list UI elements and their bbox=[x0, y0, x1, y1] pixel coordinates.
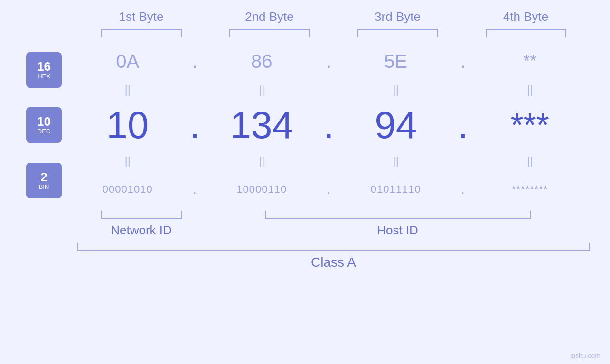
bin-b2-value: 10000110 bbox=[236, 183, 287, 196]
bin-b3-value: 01011110 bbox=[371, 183, 421, 196]
bin-badge-number: 2 bbox=[40, 171, 47, 183]
dec-badge-label: DEC bbox=[38, 128, 50, 135]
top-brackets bbox=[77, 29, 590, 37]
dec-b3-value: 94 bbox=[375, 103, 417, 147]
hex-dot-2: . bbox=[317, 51, 341, 72]
bin-dot-2-sym: . bbox=[327, 182, 330, 197]
hex-dot-1: . bbox=[183, 51, 206, 72]
dec-dot-2: . bbox=[317, 116, 341, 135]
dec-badge: 10 DEC bbox=[26, 107, 62, 143]
byte3-header: 3rd Byte bbox=[334, 9, 462, 24]
dec-b4-value: *** bbox=[510, 106, 549, 144]
byte1-header: 1st Byte bbox=[77, 9, 206, 24]
eq-row-1: || || || || bbox=[73, 80, 585, 99]
hex-b3-cell: 5E bbox=[341, 51, 451, 72]
eq2-b2-sym: || bbox=[259, 154, 264, 168]
eq1-b2: || bbox=[206, 83, 317, 96]
eq2-b1-sym: || bbox=[125, 154, 131, 168]
bin-b1-cell: 00001010 bbox=[73, 183, 183, 196]
hex-b3-value: 5E bbox=[384, 51, 407, 72]
dec-b2-value: 134 bbox=[230, 103, 293, 147]
class-bracket bbox=[77, 243, 590, 251]
content-area: 16 HEX 10 DEC 2 BIN 0A . bbox=[16, 42, 595, 208]
bin-dot-3: . bbox=[451, 182, 475, 197]
hex-b2-value: 86 bbox=[251, 51, 272, 72]
dec-dot-3: . bbox=[451, 116, 475, 135]
dec-b2-cell: 134 bbox=[206, 103, 317, 147]
hex-b4-cell: ** bbox=[475, 51, 585, 71]
network-id-label: Network ID bbox=[111, 223, 172, 238]
badges-column: 16 HEX 10 DEC 2 BIN bbox=[16, 42, 73, 208]
dec-dot-1: . bbox=[183, 116, 206, 135]
bracket-cell-3 bbox=[334, 29, 462, 37]
class-section: Class A bbox=[77, 243, 590, 270]
hex-dot-3-sym: . bbox=[460, 51, 465, 72]
bin-badge: 2 BIN bbox=[26, 163, 62, 198]
dec-b1-value: 10 bbox=[106, 103, 149, 147]
main-container: 1st Byte 2nd Byte 3rd Byte 4th Byte 16 H… bbox=[0, 0, 610, 364]
bottom-brackets-row bbox=[77, 211, 590, 219]
byte4-header: 4th Byte bbox=[462, 9, 590, 24]
bin-badge-label: BIN bbox=[39, 183, 49, 190]
bracket-top-3 bbox=[357, 29, 438, 37]
rows-wrapper: 0A . 86 . 5E . ** bbox=[73, 42, 585, 208]
eq1-b3-sym: || bbox=[393, 83, 399, 96]
footer: ipshu.com bbox=[570, 352, 601, 359]
byte-headers: 1st Byte 2nd Byte 3rd Byte 4th Byte bbox=[77, 9, 590, 24]
dec-b3-cell: 94 bbox=[341, 103, 451, 147]
eq1-b4-sym: || bbox=[527, 83, 533, 96]
bracket-top-2 bbox=[229, 29, 310, 37]
network-bracket-bottom bbox=[101, 211, 182, 219]
eq2-b4: || bbox=[475, 154, 585, 168]
hex-badge-label: HEX bbox=[38, 73, 50, 80]
eq1-b2-sym: || bbox=[259, 83, 264, 96]
hex-b4-value: ** bbox=[523, 51, 536, 71]
eq1-b3: || bbox=[341, 83, 451, 96]
dec-b1-cell: 10 bbox=[73, 103, 183, 147]
hex-badge-number: 16 bbox=[37, 60, 51, 73]
dec-b4-cell: *** bbox=[475, 106, 585, 144]
hex-dot-3: . bbox=[451, 51, 475, 72]
bin-row: 00001010 . 10000110 . 01011110 . bbox=[73, 170, 585, 208]
bin-dot-2: . bbox=[317, 182, 341, 197]
host-bracket-bottom bbox=[265, 211, 531, 219]
hex-badge: 16 HEX bbox=[26, 52, 62, 88]
bin-b4-value: ******** bbox=[512, 183, 548, 196]
dec-dot-1-sym: . bbox=[189, 116, 200, 135]
bracket-top-1 bbox=[101, 29, 182, 37]
network-label-wrap: Network ID bbox=[77, 223, 206, 238]
host-bracket-outer bbox=[206, 211, 590, 219]
dec-row: 10 . 134 . 94 . *** bbox=[73, 99, 585, 151]
bracket-cell-1 bbox=[77, 29, 206, 37]
network-bracket-wrap bbox=[77, 211, 206, 219]
dec-dot-2-sym: . bbox=[323, 116, 334, 135]
host-id-label: Host ID bbox=[377, 223, 418, 238]
bin-dot-1: . bbox=[183, 182, 206, 197]
hex-row: 0A . 86 . 5E . ** bbox=[73, 42, 585, 80]
eq2-b1: || bbox=[73, 154, 183, 168]
eq1-b4: || bbox=[475, 83, 585, 96]
bracket-cell-4 bbox=[462, 29, 590, 37]
eq-row-2: || || || || bbox=[73, 151, 585, 170]
hex-b1-value: 0A bbox=[116, 51, 139, 72]
bin-b4-cell: ******** bbox=[475, 183, 585, 196]
bin-dot-1-sym: . bbox=[193, 182, 196, 197]
eq2-b3: || bbox=[341, 154, 451, 168]
bin-b2-cell: 10000110 bbox=[206, 183, 317, 196]
hex-b1-cell: 0A bbox=[73, 51, 183, 72]
bracket-top-4 bbox=[486, 29, 566, 37]
hex-b2-cell: 86 bbox=[206, 51, 317, 72]
eq1-b1-sym: || bbox=[125, 83, 131, 96]
bin-b1-value: 00001010 bbox=[103, 183, 153, 196]
host-label-wrap: Host ID bbox=[206, 223, 590, 238]
bin-dot-3-sym: . bbox=[461, 182, 464, 197]
hex-dot-1-sym: . bbox=[192, 51, 197, 72]
bottom-section: Network ID Host ID bbox=[77, 211, 590, 238]
labels-row: Network ID Host ID bbox=[77, 223, 590, 238]
eq2-b4-sym: || bbox=[527, 154, 533, 168]
class-label: Class A bbox=[77, 255, 590, 270]
bracket-cell-2 bbox=[206, 29, 334, 37]
dec-badge-number: 10 bbox=[37, 115, 51, 128]
bin-b3-cell: 01011110 bbox=[341, 183, 451, 196]
eq1-b1: || bbox=[73, 83, 183, 96]
